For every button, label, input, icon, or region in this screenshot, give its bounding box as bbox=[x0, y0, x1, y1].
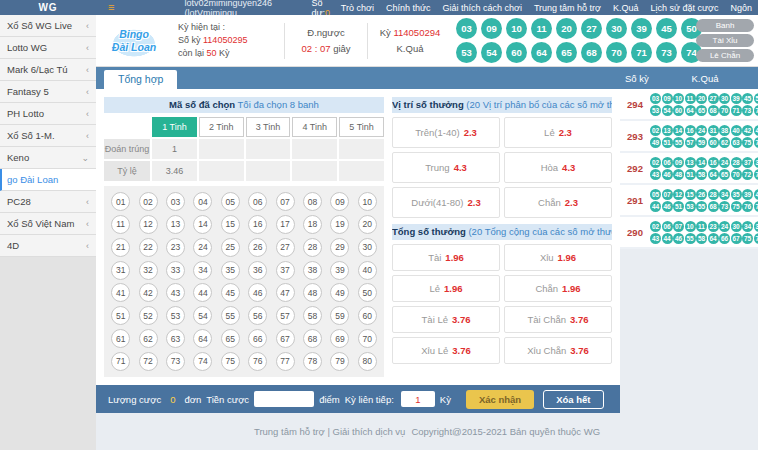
keno-number-52[interactable]: 52 bbox=[139, 306, 158, 325]
topnav-giai-thich-cach-choi[interactable]: Giải thích cách chơi bbox=[436, 3, 527, 13]
keno-number-16[interactable]: 16 bbox=[248, 215, 267, 234]
keno-number-51[interactable]: 51 bbox=[111, 306, 130, 325]
keno-number-41[interactable]: 41 bbox=[111, 283, 130, 302]
keno-number-57[interactable]: 57 bbox=[276, 306, 295, 325]
topnav-chinh-thuc[interactable]: Chính thức bbox=[380, 3, 437, 13]
keno-number-63[interactable]: 63 bbox=[166, 329, 185, 348]
tinh-tab-5-tinh[interactable]: 5 Tinh bbox=[339, 117, 384, 137]
hamburger-menu-icon[interactable]: ≡ bbox=[108, 2, 114, 13]
keno-number-04[interactable]: 04 bbox=[193, 192, 212, 211]
keno-number-76[interactable]: 76 bbox=[248, 352, 267, 371]
sidebar-item-go-ai-loan[interactable]: go Đài Loan bbox=[0, 169, 96, 191]
sidebar-item-mark-6-lac-tu[interactable]: Mark 6/Lạc Tú‹ bbox=[0, 59, 96, 81]
keno-number-77[interactable]: 77 bbox=[276, 352, 295, 371]
topnav-lich-su-at-cuoc[interactable]: Lịch sử đặt cược bbox=[645, 3, 725, 13]
keno-number-28[interactable]: 28 bbox=[303, 238, 322, 257]
sidebar-item-xo-so-wg-live[interactable]: Xổ Số WG Live‹ bbox=[0, 15, 96, 37]
keno-number-38[interactable]: 38 bbox=[303, 261, 322, 280]
sidebar-item-fantasy-5[interactable]: Fantasy 5‹ bbox=[0, 81, 96, 103]
keno-number-07[interactable]: 07 bbox=[276, 192, 295, 211]
position-odds-duoi-41-80[interactable]: Dưới(41-80)2.3 bbox=[392, 187, 500, 218]
sum-odds-xiu[interactable]: Xỉu1.96 bbox=[504, 244, 612, 271]
tinh-tab-3-tinh[interactable]: 3 Tinh bbox=[246, 117, 291, 137]
sidebar-item-4d[interactable]: 4D‹ bbox=[0, 235, 96, 257]
keno-number-20[interactable]: 20 bbox=[358, 215, 377, 234]
keno-number-23[interactable]: 23 bbox=[166, 238, 185, 257]
position-odds-le[interactable]: Lẻ2.3 bbox=[504, 117, 612, 148]
keno-number-35[interactable]: 35 bbox=[221, 261, 240, 280]
keno-number-69[interactable]: 69 bbox=[330, 329, 349, 348]
keno-number-40[interactable]: 40 bbox=[358, 261, 377, 280]
view-toggle-banh[interactable]: Banh bbox=[696, 19, 754, 32]
topnav-tro-choi[interactable]: Trò chơi bbox=[335, 3, 380, 13]
confirm-button[interactable]: Xác nhận bbox=[466, 390, 534, 409]
keno-number-11[interactable]: 11 bbox=[111, 215, 130, 234]
keno-number-30[interactable]: 30 bbox=[358, 238, 377, 257]
keno-number-19[interactable]: 19 bbox=[330, 215, 349, 234]
keno-number-71[interactable]: 71 bbox=[111, 352, 130, 371]
sidebar-item-ph-lotto[interactable]: PH Lotto‹ bbox=[0, 103, 96, 125]
keno-number-15[interactable]: 15 bbox=[221, 215, 240, 234]
topnav-k-qua[interactable]: K.Quả bbox=[607, 3, 645, 13]
tinh-tab-4-tinh[interactable]: 4 Tinh bbox=[292, 117, 337, 137]
position-odds-chan[interactable]: Chẵn2.3 bbox=[504, 187, 612, 218]
keno-number-42[interactable]: 42 bbox=[139, 283, 158, 302]
position-odds-tren-1-40[interactable]: Trên(1-40)2.3 bbox=[392, 117, 500, 148]
keno-number-02[interactable]: 02 bbox=[139, 192, 158, 211]
keno-number-27[interactable]: 27 bbox=[276, 238, 295, 257]
position-odds-hoa[interactable]: Hòa4.3 bbox=[504, 152, 612, 183]
keno-number-24[interactable]: 24 bbox=[193, 238, 212, 257]
keno-number-55[interactable]: 55 bbox=[221, 306, 240, 325]
view-toggle-le-chan[interactable]: Lẻ Chẵn bbox=[696, 49, 754, 62]
keno-number-13[interactable]: 13 bbox=[166, 215, 185, 234]
clear-all-button[interactable]: Xóa hết bbox=[543, 390, 603, 409]
keno-number-37[interactable]: 37 bbox=[276, 261, 295, 280]
keno-number-54[interactable]: 54 bbox=[193, 306, 212, 325]
sum-odds-le[interactable]: Lẻ1.96 bbox=[392, 275, 500, 302]
bet-amount-input[interactable] bbox=[254, 391, 314, 407]
keno-number-73[interactable]: 73 bbox=[166, 352, 185, 371]
keno-number-08[interactable]: 08 bbox=[303, 192, 322, 211]
keno-number-31[interactable]: 31 bbox=[111, 261, 130, 280]
keno-number-64[interactable]: 64 bbox=[193, 329, 212, 348]
topnav-ngon[interactable]: Ngôn bbox=[724, 3, 758, 13]
sum-odds-tai-le[interactable]: Tài Lẻ3.76 bbox=[392, 306, 500, 333]
keno-number-46[interactable]: 46 bbox=[248, 283, 267, 302]
keno-number-21[interactable]: 21 bbox=[111, 238, 130, 257]
keno-number-50[interactable]: 50 bbox=[358, 283, 377, 302]
position-odds-trung[interactable]: Trung4.3 bbox=[392, 152, 500, 183]
keno-number-18[interactable]: 18 bbox=[303, 215, 322, 234]
keno-number-05[interactable]: 05 bbox=[221, 192, 240, 211]
keno-number-67[interactable]: 67 bbox=[276, 329, 295, 348]
keno-number-62[interactable]: 62 bbox=[139, 329, 158, 348]
sum-odds-tai-chan[interactable]: Tài Chẵn3.76 bbox=[504, 306, 612, 333]
sum-odds-xiu-le[interactable]: Xỉu Lẻ3.76 bbox=[392, 337, 500, 364]
keno-number-36[interactable]: 36 bbox=[248, 261, 267, 280]
tab-tong-hop[interactable]: Tổng hợp bbox=[104, 70, 177, 89]
keno-number-12[interactable]: 12 bbox=[139, 215, 158, 234]
keno-number-75[interactable]: 75 bbox=[221, 352, 240, 371]
keno-number-58[interactable]: 58 bbox=[303, 306, 322, 325]
keno-number-60[interactable]: 60 bbox=[358, 306, 377, 325]
keno-number-47[interactable]: 47 bbox=[276, 283, 295, 302]
keno-number-43[interactable]: 43 bbox=[166, 283, 185, 302]
keno-number-17[interactable]: 17 bbox=[276, 215, 295, 234]
sidebar-item-xo-so-1-m[interactable]: Xổ Số 1-M.‹ bbox=[0, 125, 96, 147]
keno-number-79[interactable]: 79 bbox=[330, 352, 349, 371]
sum-odds-chan[interactable]: Chẵn1.96 bbox=[504, 275, 612, 302]
keno-number-61[interactable]: 61 bbox=[111, 329, 130, 348]
keno-number-34[interactable]: 34 bbox=[193, 261, 212, 280]
keno-number-59[interactable]: 59 bbox=[330, 306, 349, 325]
tinh-tab-1-tinh[interactable]: 1 Tinh bbox=[152, 117, 197, 137]
keno-number-65[interactable]: 65 bbox=[221, 329, 240, 348]
sidebar-item-keno[interactable]: Keno⌄ bbox=[0, 147, 96, 169]
sidebar-item-xo-so-viet-nam[interactable]: Xổ Số Việt Nam‹ bbox=[0, 213, 96, 235]
keno-number-22[interactable]: 22 bbox=[139, 238, 158, 257]
keno-number-14[interactable]: 14 bbox=[193, 215, 212, 234]
sidebar-item-pc28[interactable]: PC28‹ bbox=[0, 191, 96, 213]
keno-number-49[interactable]: 49 bbox=[330, 283, 349, 302]
keno-number-01[interactable]: 01 bbox=[111, 192, 130, 211]
keno-number-45[interactable]: 45 bbox=[221, 283, 240, 302]
keno-number-06[interactable]: 06 bbox=[248, 192, 267, 211]
keno-number-29[interactable]: 29 bbox=[330, 238, 349, 257]
